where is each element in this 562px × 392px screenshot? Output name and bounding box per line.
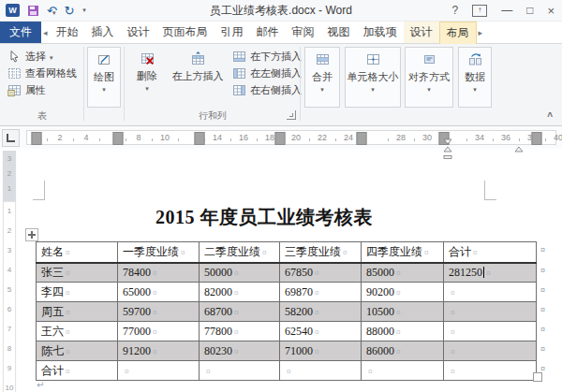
table-cell[interactable]: 周五¤ bbox=[37, 302, 118, 322]
table-column-marker[interactable] bbox=[275, 132, 286, 145]
ribbon-button-insert-below[interactable]: 在下方插入 bbox=[229, 49, 302, 65]
table-move-handle[interactable] bbox=[25, 228, 38, 241]
main-tab-8[interactable]: 加载项 bbox=[357, 22, 404, 43]
ribbon-display-options-button[interactable]: ↑ bbox=[472, 5, 487, 17]
collapse-ribbon-icon[interactable]: ^ bbox=[547, 111, 553, 122]
table-column-marker[interactable] bbox=[113, 132, 124, 145]
table-cell[interactable]: 281250¤ bbox=[444, 263, 537, 283]
table-cell[interactable]: 69870¤ bbox=[280, 283, 362, 302]
cell-text: 90200 bbox=[366, 285, 394, 298]
table-column-marker[interactable] bbox=[32, 132, 42, 145]
end-of-row-mark: ¤ bbox=[540, 285, 545, 295]
table-cell[interactable]: 77800¤ bbox=[200, 322, 280, 341]
contextual-tab-1[interactable]: 布局 bbox=[439, 22, 477, 44]
table-cell[interactable]: 85000¤ bbox=[362, 263, 444, 283]
help-button[interactable]: ? bbox=[451, 5, 458, 16]
main-tab-6[interactable]: 审阅 bbox=[286, 22, 321, 43]
table-cell[interactable]: 65000¤ bbox=[118, 283, 200, 302]
main-tab-2[interactable]: 设计 bbox=[121, 22, 156, 43]
ruler-tick bbox=[99, 138, 100, 141]
ribbon-button-table-data[interactable]: 数据▾ bbox=[458, 47, 492, 108]
table-cell[interactable]: 59700¤ bbox=[118, 302, 200, 322]
main-tab-3[interactable]: 页面布局 bbox=[156, 22, 214, 43]
table-cell[interactable]: ¤ bbox=[118, 361, 200, 381]
ruler-number: 7 bbox=[2, 325, 17, 333]
ribbon-button-view-gridlines[interactable]: 查看网格线 bbox=[4, 65, 77, 81]
ribbon-button-insert-left[interactable]: 在左侧插入 bbox=[229, 65, 302, 81]
table-cell[interactable]: ¤ bbox=[444, 302, 537, 322]
table-cell[interactable]: 王六¤ bbox=[37, 322, 118, 341]
tab-stop-selector[interactable] bbox=[2, 129, 20, 147]
header-cell-text: 姓名 bbox=[41, 245, 64, 258]
close-button[interactable]: × bbox=[547, 5, 555, 17]
ribbon-button-alignment[interactable]: 对齐方式▾ bbox=[405, 47, 453, 108]
table-cell[interactable]: 50000¤ bbox=[200, 263, 280, 283]
ribbon-button-cell-size[interactable]: 单元格大小▾ bbox=[345, 47, 401, 108]
table-cell[interactable]: 合计¤ bbox=[37, 361, 118, 381]
table-cell[interactable]: ¤ bbox=[444, 283, 537, 302]
right-indent-marker[interactable] bbox=[514, 139, 524, 156]
ribbon-button-merge-cells[interactable]: 合并▾ bbox=[304, 47, 340, 108]
table-cell[interactable]: 71000¤ bbox=[280, 341, 362, 361]
ruler-number: 40 bbox=[554, 133, 562, 142]
tab-file[interactable]: 文件 bbox=[0, 22, 41, 43]
table-cell[interactable]: 68700¤ bbox=[200, 302, 280, 322]
draw-table-button[interactable]: 绘图 ▾ bbox=[87, 47, 121, 108]
tab-scroll-right-icon[interactable]: ▸ bbox=[477, 22, 485, 43]
table-cell[interactable]: 91200¤ bbox=[118, 341, 200, 361]
table-cell[interactable]: 78400¤ bbox=[118, 263, 200, 283]
header-cell-text: 四季度业绩 bbox=[366, 245, 422, 258]
table-cell[interactable]: 77000¤ bbox=[118, 322, 200, 341]
ribbon-button-insert-right[interactable]: 在右侧插入 bbox=[229, 82, 302, 98]
table-cell[interactable]: 陈七¤ bbox=[37, 341, 118, 361]
main-tab-0[interactable]: 开始 bbox=[50, 22, 85, 43]
table-column-marker[interactable] bbox=[357, 132, 367, 145]
table-cell[interactable]: ¤ bbox=[444, 361, 537, 381]
table-resize-handle[interactable] bbox=[533, 372, 542, 382]
main-tab-4[interactable]: 引用 bbox=[214, 22, 250, 43]
cell-text: 李四 bbox=[41, 285, 64, 298]
table-cell[interactable]: 李四¤ bbox=[37, 283, 118, 302]
table-cell[interactable]: ¤ bbox=[444, 341, 537, 361]
ribbon-button-delete-table[interactable]: 删除▾ bbox=[127, 47, 167, 108]
table-column-marker[interactable] bbox=[532, 132, 542, 145]
minimize-button[interactable]: — bbox=[501, 5, 512, 16]
contextual-tab-0[interactable]: 设计 bbox=[404, 22, 439, 43]
ruler-number: 4 bbox=[2, 266, 17, 274]
table-cell[interactable]: 58200¤ bbox=[280, 302, 362, 322]
header-cell[interactable]: 一季度业绩¤ bbox=[118, 242, 200, 263]
main-tab-7[interactable]: 视图 bbox=[321, 22, 357, 43]
vertical-ruler[interactable]: 32112345678910 bbox=[2, 151, 17, 392]
header-cell[interactable]: 合计¤ bbox=[444, 242, 537, 263]
table-cell[interactable]: ¤ bbox=[444, 322, 537, 341]
table-cell[interactable]: 82000¤ bbox=[200, 283, 280, 302]
tab-scroll-left-icon[interactable]: ◂ bbox=[41, 22, 50, 43]
main-tab-1[interactable]: 插入 bbox=[85, 22, 121, 43]
table-cell[interactable]: 86000¤ bbox=[362, 341, 444, 361]
header-cell[interactable]: 姓名¤ bbox=[37, 242, 118, 263]
hanging-indent-marker[interactable] bbox=[443, 139, 452, 159]
table-cell[interactable]: 62540¤ bbox=[280, 322, 362, 341]
table-cell[interactable]: ¤ bbox=[200, 361, 280, 381]
header-cell[interactable]: 三季度业绩¤ bbox=[280, 242, 362, 263]
header-cell[interactable]: 四季度业绩¤ bbox=[362, 242, 444, 263]
main-tab-5[interactable]: 邮件 bbox=[250, 22, 286, 43]
ruler-number: 1 bbox=[2, 207, 17, 215]
ribbon-button-select-cursor[interactable]: 选择▾ bbox=[4, 49, 53, 65]
maximize-button[interactable]: □ bbox=[526, 5, 533, 16]
header-cell[interactable]: 二季度业绩¤ bbox=[200, 242, 280, 263]
table-cell[interactable]: 90200¤ bbox=[362, 283, 444, 302]
table-cell[interactable]: 88000¤ bbox=[362, 322, 444, 341]
rows-columns-dialog-launcher[interactable] bbox=[287, 110, 296, 120]
table-column-marker[interactable] bbox=[195, 132, 205, 145]
table-cell[interactable]: 67850¤ bbox=[280, 263, 362, 283]
end-of-cell-mark: ¤ bbox=[153, 308, 157, 317]
ribbon-button-table-properties[interactable]: 属性 bbox=[4, 82, 46, 98]
table-cell[interactable]: ¤ bbox=[280, 361, 362, 381]
horizontal-ruler[interactable]: 24810141618202224283034363840 bbox=[26, 130, 556, 145]
table-cell[interactable]: 10500¤ bbox=[362, 302, 444, 322]
table-cell[interactable]: 张三¤ bbox=[37, 263, 118, 283]
table-cell[interactable]: ¤ bbox=[362, 361, 444, 381]
table-cell[interactable]: 80230¤ bbox=[200, 341, 280, 361]
ribbon-button-insert-above[interactable]: 在上方插入 bbox=[169, 47, 227, 108]
